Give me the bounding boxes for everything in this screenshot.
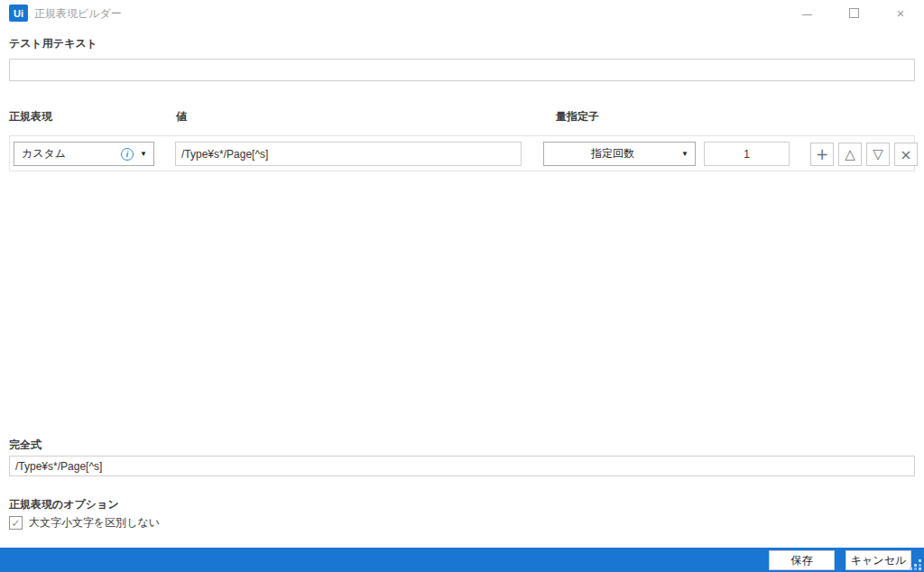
test-text-input[interactable] bbox=[9, 59, 915, 81]
repeat-count-input[interactable] bbox=[704, 142, 790, 166]
quantifier-dropdown[interactable]: 指定回数 ▼ bbox=[543, 142, 696, 166]
move-up-button[interactable]: △ bbox=[838, 143, 862, 166]
check-icon: ✓ bbox=[11, 518, 20, 529]
regex-row: カスタム i ▼ 指定回数 ▼ + △ ▽ × bbox=[9, 135, 915, 171]
regex-column-label: 正規表現 bbox=[9, 109, 52, 125]
resize-grip[interactable] bbox=[910, 558, 922, 570]
full-expression-input[interactable] bbox=[9, 456, 915, 476]
regex-builder-window: Ui 正規表現ビルダー × テスト用テキスト 正規表現 値 量指定子 カスタム … bbox=[0, 0, 924, 572]
regex-type-dropdown[interactable]: カスタム i ▼ bbox=[14, 142, 154, 166]
titlebar: Ui 正規表現ビルダー × bbox=[0, 0, 924, 25]
remove-row-button[interactable]: × bbox=[894, 143, 918, 166]
footer-bar: 保存 キャンセル bbox=[0, 548, 924, 572]
minimize-icon bbox=[802, 14, 812, 15]
regex-type-value: カスタム bbox=[22, 146, 66, 161]
add-row-button[interactable]: + bbox=[810, 143, 834, 166]
move-down-button[interactable]: ▽ bbox=[866, 143, 890, 166]
window-title: 正規表現ビルダー bbox=[34, 6, 122, 22]
info-icon[interactable]: i bbox=[121, 148, 134, 161]
value-column-label: 値 bbox=[176, 109, 187, 125]
maximize-icon bbox=[849, 8, 859, 18]
chevron-down-icon: ▼ bbox=[140, 150, 147, 158]
save-button[interactable]: 保存 bbox=[769, 550, 835, 570]
cancel-button[interactable]: キャンセル bbox=[845, 550, 911, 570]
chevron-down-icon: ▼ bbox=[681, 150, 688, 158]
test-text-label: テスト用テキスト bbox=[9, 36, 97, 51]
minimize-button[interactable] bbox=[783, 0, 830, 25]
regex-options-label: 正規表現のオプション bbox=[9, 497, 119, 512]
full-expression-label: 完全式 bbox=[9, 438, 42, 453]
case-insensitive-checkbox[interactable]: ✓ bbox=[9, 516, 23, 530]
maximize-button[interactable] bbox=[830, 0, 877, 25]
quantifier-column-label: 量指定子 bbox=[556, 109, 599, 125]
uipath-logo-icon: Ui bbox=[9, 5, 28, 22]
case-insensitive-option: ✓ 大文字小文字を区別しない bbox=[9, 515, 160, 530]
regex-value-input[interactable] bbox=[175, 142, 522, 166]
quantifier-value: 指定回数 bbox=[544, 146, 681, 161]
window-controls: × bbox=[783, 0, 924, 25]
case-insensitive-label: 大文字小文字を区別しない bbox=[29, 515, 160, 530]
close-icon: × bbox=[897, 6, 905, 20]
close-button[interactable]: × bbox=[877, 0, 924, 25]
